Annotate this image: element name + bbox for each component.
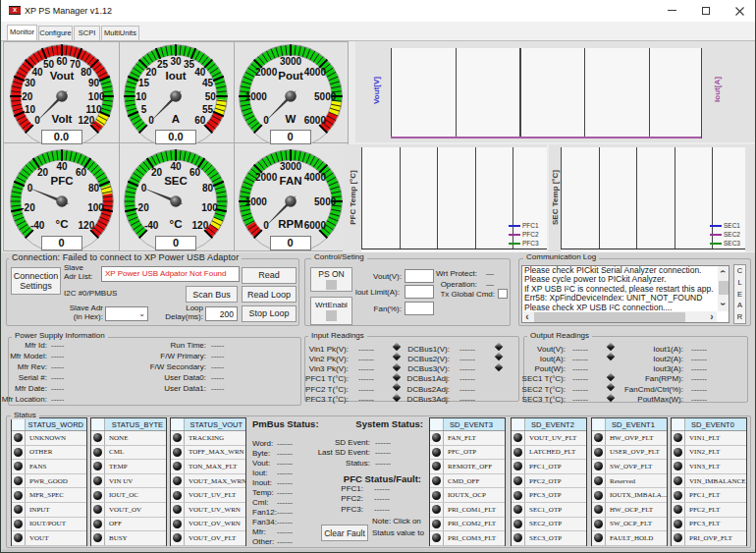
svg-text:40: 40: [170, 161, 182, 172]
svg-text:°C: °C: [55, 218, 68, 230]
svg-text:20: 20: [151, 167, 163, 178]
svg-text:Pout: Pout: [278, 70, 303, 82]
svg-text:-20: -20: [135, 202, 149, 213]
svg-text:100: 100: [87, 91, 104, 102]
svg-text:3000: 3000: [279, 161, 301, 172]
svg-text:PFC: PFC: [50, 175, 73, 187]
svg-text:110: 110: [85, 104, 102, 115]
svg-text:80: 80: [87, 183, 99, 194]
svg-text:RPM: RPM: [278, 218, 303, 230]
svg-text:0: 0: [148, 115, 154, 126]
svg-text:70: 70: [69, 59, 81, 70]
svg-text:-20: -20: [21, 202, 35, 213]
svg-text:FAN: FAN: [279, 175, 301, 187]
svg-text:5000: 5000: [314, 91, 337, 102]
svg-text:100: 100: [201, 202, 218, 213]
svg-text:°C: °C: [170, 218, 183, 230]
svg-text:40: 40: [194, 67, 206, 78]
svg-text:20: 20: [36, 167, 48, 178]
svg-text:4000: 4000: [303, 172, 326, 183]
svg-text:5000: 5000: [314, 196, 337, 207]
svg-text:6000: 6000: [303, 220, 326, 231]
svg-text:20: 20: [22, 91, 33, 102]
svg-text:25: 25: [157, 59, 169, 70]
svg-text:0: 0: [263, 220, 269, 231]
svg-text:10: 10: [24, 104, 35, 115]
svg-text:6000: 6000: [303, 115, 326, 126]
svg-text:55: 55: [202, 104, 214, 115]
svg-text:60: 60: [189, 167, 201, 178]
svg-text:80: 80: [202, 183, 214, 194]
svg-text:SEC: SEC: [164, 175, 188, 187]
svg-text:35: 35: [184, 59, 195, 70]
svg-text:30: 30: [24, 78, 35, 88]
svg-text:50: 50: [42, 59, 54, 70]
svg-text:40: 40: [56, 161, 68, 172]
svg-text:80: 80: [81, 67, 92, 78]
svg-text:1000: 1000: [244, 196, 267, 207]
svg-text:Vout: Vout: [49, 70, 74, 82]
svg-text:Iout: Iout: [165, 70, 186, 82]
svg-text:30: 30: [170, 56, 182, 67]
svg-text:120: 120: [192, 220, 209, 231]
svg-text:2000: 2000: [254, 172, 277, 183]
svg-text:-40: -40: [144, 220, 159, 231]
svg-text:2000: 2000: [254, 67, 277, 78]
svg-text:45: 45: [202, 78, 214, 88]
svg-text:40: 40: [31, 67, 43, 78]
svg-text:60: 60: [194, 115, 206, 126]
svg-text:100: 100: [87, 202, 104, 213]
svg-text:1000: 1000: [244, 91, 267, 102]
svg-text:10: 10: [135, 91, 147, 102]
svg-text:20: 20: [146, 67, 158, 78]
svg-text:4000: 4000: [303, 67, 326, 78]
svg-text:60: 60: [56, 56, 68, 67]
svg-text:Volt: Volt: [51, 113, 72, 125]
svg-text:3000: 3000: [279, 56, 301, 67]
svg-text:-40: -40: [29, 220, 44, 231]
svg-text:90: 90: [87, 78, 99, 88]
svg-text:W: W: [285, 113, 296, 125]
svg-text:0: 0: [34, 115, 40, 126]
svg-text:15: 15: [138, 78, 150, 88]
svg-text:50: 50: [205, 91, 217, 102]
svg-text:0: 0: [263, 115, 269, 126]
svg-text:120: 120: [78, 115, 94, 126]
svg-text:60: 60: [75, 167, 86, 178]
svg-text:120: 120: [78, 220, 94, 231]
svg-text:5: 5: [141, 104, 147, 115]
svg-text:A: A: [172, 113, 180, 125]
